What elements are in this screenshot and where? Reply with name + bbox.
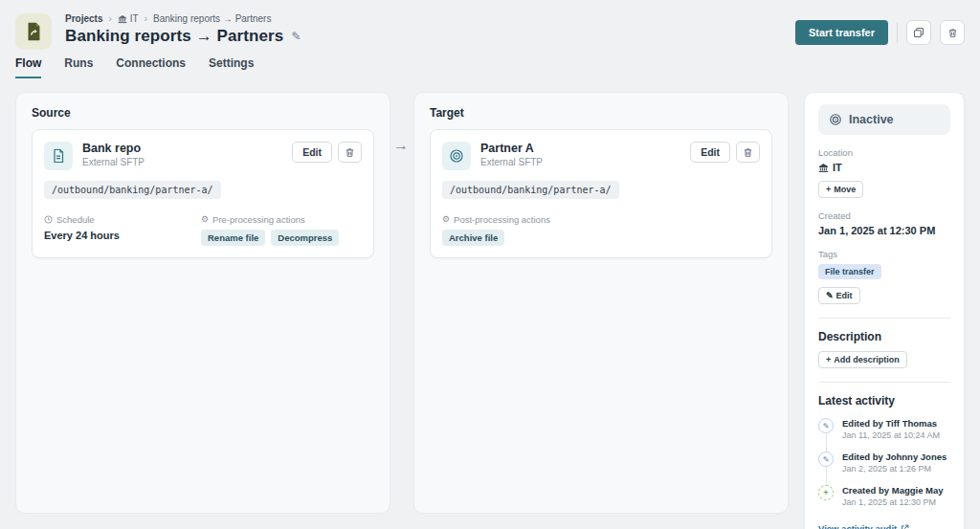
gear-icon: ⚙ xyxy=(442,215,450,224)
activity-text: Created by Maggie May xyxy=(842,485,944,496)
breadcrumb-separator: › xyxy=(145,13,147,24)
tags-label: Tags xyxy=(818,249,950,259)
status-target-icon xyxy=(829,113,842,126)
source-delete-button[interactable] xyxy=(338,142,362,163)
activity-text: Edited by Tiff Thomas xyxy=(842,418,940,429)
target-name: Partner A xyxy=(480,142,543,155)
breadcrumb: Projects › IT › Banking reports → Partne… xyxy=(65,13,301,24)
target-type: External SFTP xyxy=(480,157,543,167)
latest-activity-heading: Latest activity xyxy=(818,394,950,408)
details-sidebar: Inactive Location IT + Move Created Jan … xyxy=(804,92,965,529)
breadcrumb-projects[interactable]: Projects xyxy=(65,13,102,24)
status-label: Inactive xyxy=(849,113,894,126)
activity-text: Edited by Johnny Jones xyxy=(842,452,947,462)
sidebar-divider xyxy=(818,318,950,319)
document-icon xyxy=(44,142,73,170)
target-icon xyxy=(442,142,471,170)
delete-button[interactable] xyxy=(940,20,965,45)
breadcrumb-current: Banking reports → Partners xyxy=(153,13,271,24)
target-delete-button[interactable] xyxy=(736,142,760,163)
description-heading: Description xyxy=(818,330,950,343)
page-header: Projects › IT › Banking reports → Partne… xyxy=(15,13,965,50)
location-label: Location xyxy=(818,147,950,158)
preprocessing-label: Pre-processing actions xyxy=(212,214,305,225)
header-divider xyxy=(897,22,898,43)
pencil-icon: ✎ xyxy=(826,291,834,300)
create-activity-icon: + xyxy=(818,485,834,500)
tab-runs[interactable]: Runs xyxy=(64,56,93,78)
start-transfer-button[interactable]: Start transfer xyxy=(795,20,888,45)
breadcrumb-separator: › xyxy=(108,13,111,24)
source-panel-title: Source xyxy=(32,106,374,120)
trash-icon xyxy=(947,28,958,38)
target-card: Partner A External SFTP Edit /outbound/b… xyxy=(430,129,772,258)
breadcrumb-it-label: IT xyxy=(130,13,139,24)
schedule-label: Schedule xyxy=(56,214,95,225)
target-edit-button[interactable]: Edit xyxy=(690,142,730,163)
activity-item: + Created by Maggie May Jan 1, 2025 at 1… xyxy=(818,485,950,507)
move-button[interactable]: + Move xyxy=(818,181,863,198)
plus-icon: + xyxy=(826,355,831,364)
gear-icon: ⚙ xyxy=(201,215,209,224)
edit-activity-icon: ✎ xyxy=(818,452,834,467)
file-transfer-icon xyxy=(23,21,44,42)
trash-icon xyxy=(743,147,753,158)
activity-item: ✎ Edited by Tiff Thomas Jan 11, 2025 at … xyxy=(818,418,950,440)
tab-connections[interactable]: Connections xyxy=(116,56,186,78)
sidebar-divider xyxy=(818,382,950,383)
duplicate-icon xyxy=(913,27,924,38)
tab-bar: Flow Runs Connections Settings xyxy=(15,56,254,78)
target-panel-title: Target xyxy=(430,106,772,120)
source-panel: Source Bank repo External SFTP Edit xyxy=(15,92,390,514)
source-edit-button[interactable]: Edit xyxy=(292,142,332,163)
page-title: Banking reports → Partners xyxy=(65,27,283,46)
source-path: /outbound/banking/partner-a/ xyxy=(44,181,221,199)
bank-icon xyxy=(818,163,829,173)
source-name: Bank repo xyxy=(82,142,145,155)
duplicate-button[interactable] xyxy=(906,20,931,45)
created-value: Jan 1, 2025 at 12:30 PM xyxy=(818,225,950,236)
location-value: IT xyxy=(818,162,950,173)
activity-time: Jan 1, 2025 at 12:30 PM xyxy=(842,497,944,507)
target-path: /outbound/banking/partner-a/ xyxy=(442,181,619,199)
external-link-icon xyxy=(901,524,909,529)
postprocessing-label: Post-processing actions xyxy=(454,214,550,225)
action-chip-rename-file: Rename file xyxy=(201,230,265,246)
flow-arrow-icon: → xyxy=(388,137,414,154)
tab-settings[interactable]: Settings xyxy=(209,56,254,78)
edit-activity-icon: ✎ xyxy=(818,418,834,433)
activity-time: Jan 2, 2025 at 1:26 PM xyxy=(842,464,947,474)
trash-icon xyxy=(345,147,355,158)
source-card: Bank repo External SFTP Edit /outbound/b… xyxy=(32,129,374,258)
tab-flow[interactable]: Flow xyxy=(15,56,41,78)
add-description-button[interactable]: + Add description xyxy=(818,351,907,368)
app-logo xyxy=(15,13,52,50)
edit-tags-button[interactable]: ✎ Edit xyxy=(818,287,860,304)
action-chip-decompress: Decompress xyxy=(271,230,339,246)
status-badge: Inactive xyxy=(818,104,950,135)
breadcrumb-it[interactable]: IT xyxy=(118,13,139,24)
created-label: Created xyxy=(818,210,950,221)
bank-icon xyxy=(118,14,127,24)
source-type: External SFTP xyxy=(82,157,145,167)
edit-title-icon[interactable]: ✎ xyxy=(291,30,301,43)
view-activity-audit-link[interactable]: View activity audit xyxy=(818,523,909,529)
activity-feed: ✎ Edited by Tiff Thomas Jan 11, 2025 at … xyxy=(818,418,950,507)
activity-item: ✎ Edited by Johnny Jones Jan 2, 2025 at … xyxy=(818,452,950,474)
clock-icon xyxy=(44,215,53,224)
action-chip-archive-file: Archive file xyxy=(442,230,504,246)
target-panel: Target Partner A External SFTP Edit xyxy=(413,92,789,514)
plus-icon: + xyxy=(826,185,831,194)
tag-file-transfer: File transfer xyxy=(818,264,881,279)
activity-time: Jan 11, 2025 at 10:24 AM xyxy=(842,430,940,440)
schedule-value: Every 24 hours xyxy=(44,230,201,241)
